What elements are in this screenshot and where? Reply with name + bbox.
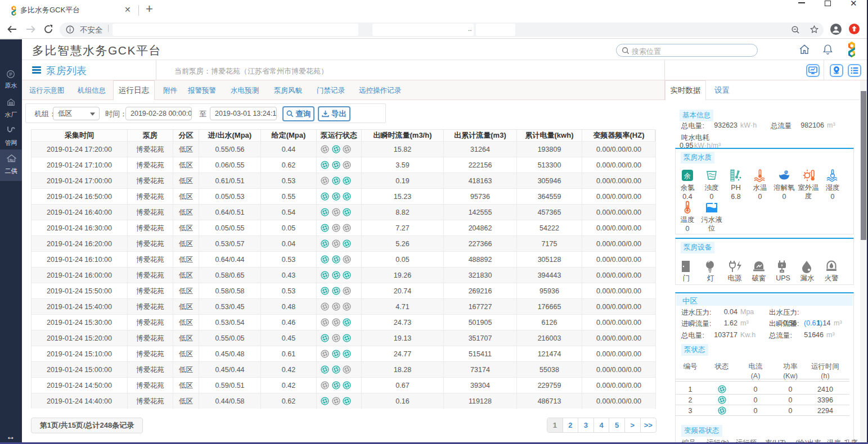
svg-text:O₂: O₂ (785, 171, 788, 174)
svg-text:余: 余 (684, 172, 691, 180)
